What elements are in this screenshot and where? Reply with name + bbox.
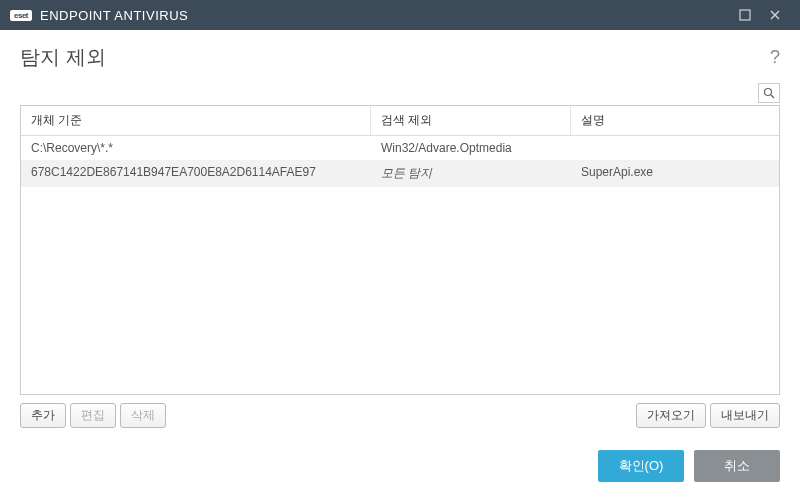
dialog-footer: 확인(O) 취소 [0, 436, 800, 500]
search-row [20, 83, 780, 103]
cell-object: C:\Recovery\*.* [21, 136, 371, 160]
edit-button[interactable]: 편집 [70, 403, 116, 428]
delete-button[interactable]: 삭제 [120, 403, 166, 428]
column-header-description[interactable]: 설명 [571, 106, 779, 135]
cell-description [571, 136, 779, 160]
column-header-object[interactable]: 개체 기준 [21, 106, 371, 135]
add-button[interactable]: 추가 [20, 403, 66, 428]
brand-badge: eset [10, 10, 32, 21]
page-header: 탐지 제외 ? [0, 30, 800, 83]
svg-point-1 [765, 89, 772, 96]
cell-object: 678C1422DE867141B947EA700E8A2D6114AFAE97 [21, 160, 371, 187]
search-icon [763, 87, 775, 99]
column-header-detection[interactable]: 검색 제외 [371, 106, 571, 135]
cancel-button[interactable]: 취소 [694, 450, 780, 482]
ok-button[interactable]: 확인(O) [598, 450, 684, 482]
table-body: C:\Recovery\*.* Win32/Advare.Optmedia 67… [21, 136, 779, 394]
search-button[interactable] [758, 83, 780, 103]
table-row[interactable]: 678C1422DE867141B947EA700E8A2D6114AFAE97… [21, 160, 779, 187]
table-header: 개체 기준 검색 제외 설명 [21, 106, 779, 136]
content-area: 개체 기준 검색 제외 설명 C:\Recovery\*.* Win32/Adv… [0, 83, 800, 436]
cell-description: SuperApi.exe [571, 160, 779, 187]
cell-detection: 모든 탐지 [371, 160, 571, 187]
cell-detection: Win32/Advare.Optmedia [371, 136, 571, 160]
titlebar: eset ENDPOINT ANTIVIRUS [0, 0, 800, 30]
svg-rect-0 [740, 10, 750, 20]
export-button[interactable]: 내보내기 [710, 403, 780, 428]
close-icon [769, 9, 781, 21]
exclusions-table: 개체 기준 검색 제외 설명 C:\Recovery\*.* Win32/Adv… [20, 105, 780, 395]
import-button[interactable]: 가져오기 [636, 403, 706, 428]
table-row[interactable]: C:\Recovery\*.* Win32/Advare.Optmedia [21, 136, 779, 160]
titlebar-logo: eset ENDPOINT ANTIVIRUS [10, 8, 730, 23]
window-close-button[interactable] [760, 0, 790, 30]
page-title: 탐지 제외 [20, 44, 770, 71]
brand-text: eset [14, 11, 28, 20]
spacer [170, 403, 632, 428]
minimize-icon [739, 9, 751, 21]
product-name: ENDPOINT ANTIVIRUS [40, 8, 188, 23]
help-button[interactable]: ? [770, 47, 780, 68]
window-minimize-button[interactable] [730, 0, 760, 30]
action-bar: 추가 편집 삭제 가져오기 내보내기 [20, 395, 780, 436]
